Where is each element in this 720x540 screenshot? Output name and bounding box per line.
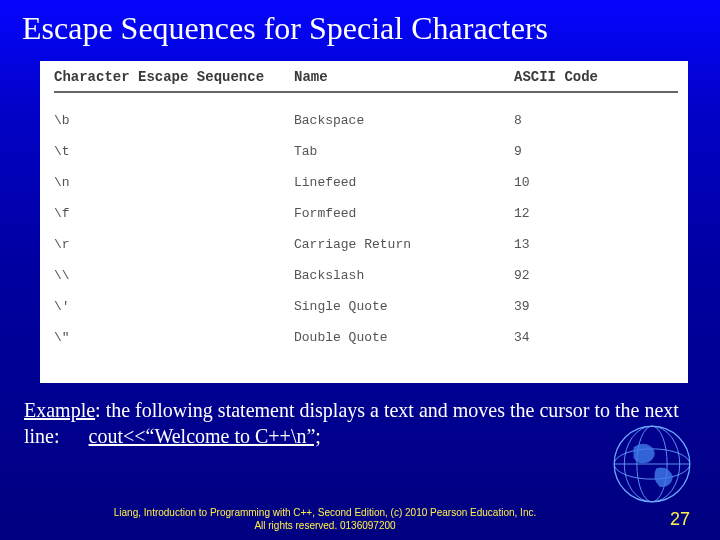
cell-code: 9 — [514, 144, 634, 159]
cell-escape: \t — [54, 144, 294, 159]
footer-line2: All rights reserved. 0136097200 — [0, 519, 650, 532]
example-text: Example: the following statement display… — [0, 383, 720, 449]
table-row: \r Carriage Return 13 — [54, 229, 678, 260]
cell-name: Double Quote — [294, 330, 514, 345]
cell-name: Backslash — [294, 268, 514, 283]
cell-escape: \' — [54, 299, 294, 314]
escape-table: Character Escape Sequence Name ASCII Cod… — [40, 61, 688, 383]
slide-title: Escape Sequences for Special Characters — [0, 0, 720, 61]
cell-name: Formfeed — [294, 206, 514, 221]
cell-escape: \b — [54, 113, 294, 128]
table-row: \\ Backslash 92 — [54, 260, 678, 291]
cell-escape: \\ — [54, 268, 294, 283]
page-number: 27 — [650, 509, 710, 530]
col-header-name: Name — [294, 69, 514, 85]
svg-point-1 — [614, 449, 690, 479]
cell-code: 13 — [514, 237, 634, 252]
table-row: \n Linefeed 10 — [54, 167, 678, 198]
col-header-escape: Character Escape Sequence — [54, 69, 294, 85]
cell-code: 92 — [514, 268, 634, 283]
table-row: \' Single Quote 39 — [54, 291, 678, 322]
cell-name: Linefeed — [294, 175, 514, 190]
cell-escape: \f — [54, 206, 294, 221]
col-header-code: ASCII Code — [514, 69, 634, 85]
cell-escape: \n — [54, 175, 294, 190]
cell-code: 8 — [514, 113, 634, 128]
cell-code: 12 — [514, 206, 634, 221]
cell-name: Backspace — [294, 113, 514, 128]
table-row: \" Double Quote 34 — [54, 322, 678, 353]
table-row: \t Tab 9 — [54, 136, 678, 167]
example-code: cout<<“Welcome to C++\n”; — [89, 425, 321, 447]
cell-escape: \" — [54, 330, 294, 345]
cell-name: Carriage Return — [294, 237, 514, 252]
table-row: \b Backspace 8 — [54, 105, 678, 136]
footer-text: Liang, Introduction to Programming with … — [0, 506, 650, 532]
cell-name: Tab — [294, 144, 514, 159]
table-row: \f Formfeed 12 — [54, 198, 678, 229]
cell-escape: \r — [54, 237, 294, 252]
cell-name: Single Quote — [294, 299, 514, 314]
example-label: Example — [24, 399, 95, 421]
table-header: Character Escape Sequence Name ASCII Cod… — [54, 67, 678, 93]
footer-line1: Liang, Introduction to Programming with … — [0, 506, 650, 519]
cell-code: 39 — [514, 299, 634, 314]
cell-code: 10 — [514, 175, 634, 190]
cell-code: 34 — [514, 330, 634, 345]
